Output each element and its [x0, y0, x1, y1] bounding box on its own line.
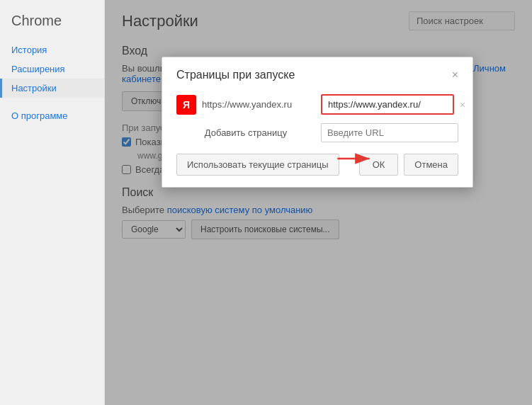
url-input-field[interactable]	[321, 94, 454, 115]
startup-pages-modal: Страницы при запуске × Я https://www.yan…	[162, 57, 473, 188]
arrow-svg	[334, 148, 377, 169]
modal-footer: Использовать текущие страницы ОК О	[176, 154, 458, 176]
add-page-input[interactable]	[321, 123, 458, 142]
yandex-icon: Я	[176, 95, 196, 115]
sidebar-item-extensions[interactable]: Расширения	[0, 59, 104, 79]
sidebar-item-settings[interactable]: Настройки	[0, 79, 104, 98]
main-content: Настройки Вход Вы вошли в аккаунт kisely…	[105, 0, 532, 405]
app-title: Chrome	[0, 7, 104, 40]
modal-header: Страницы при запуске ×	[176, 69, 458, 81]
url-clear-button[interactable]: ×	[460, 99, 465, 110]
url-display-label: https://www.yandex.ru	[202, 99, 315, 110]
use-current-pages-button[interactable]: Использовать текущие страницы	[176, 154, 339, 176]
sidebar-item-about[interactable]: О программе	[0, 106, 104, 125]
url-entry-row: Я https://www.yandex.ru ×	[176, 91, 458, 118]
modal-close-button[interactable]: ×	[452, 69, 458, 81]
sidebar: Chrome История Расширения Настройки О пр…	[0, 0, 105, 405]
add-page-label: Добавить страницу	[176, 127, 315, 138]
add-page-row: Добавить страницу	[176, 123, 458, 142]
sidebar-item-history[interactable]: История	[0, 40, 104, 59]
cancel-button[interactable]: Отмена	[404, 154, 458, 176]
arrow-indicator	[334, 148, 377, 169]
modal-title: Страницы при запуске	[176, 69, 295, 81]
